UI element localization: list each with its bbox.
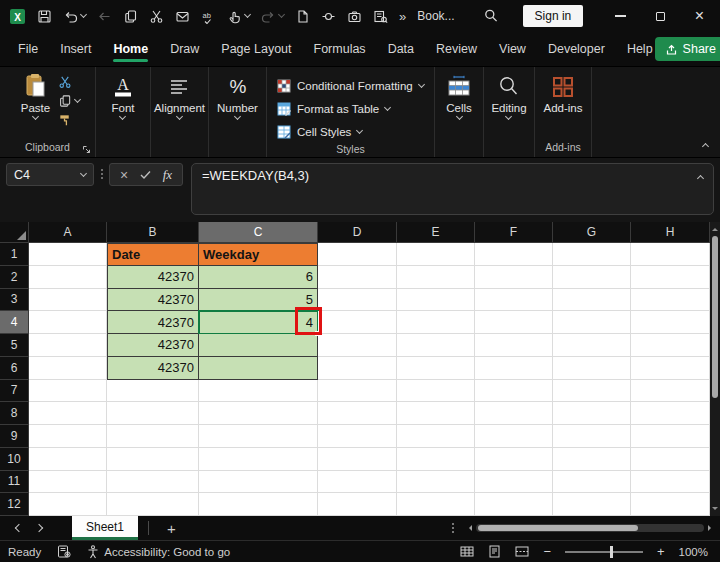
cell-F11[interactable]: [475, 471, 553, 494]
spelling-button[interactable]: ab: [201, 9, 216, 24]
zoom-slider-thumb[interactable]: [610, 546, 613, 558]
row-header-9[interactable]: 9: [0, 425, 29, 448]
row-header-11[interactable]: 11: [0, 471, 29, 494]
tab-home[interactable]: Home: [111, 32, 150, 66]
name-box-dropdown-icon[interactable]: [80, 169, 87, 176]
row-header-12[interactable]: 12: [0, 493, 29, 516]
sign-in-button[interactable]: Sign in: [523, 5, 584, 27]
cell-D6[interactable]: [318, 357, 397, 380]
save-button[interactable]: [37, 9, 52, 24]
row-header-1[interactable]: 1: [0, 243, 29, 266]
redo-dropdown-icon[interactable]: [278, 11, 285, 18]
cell-D9[interactable]: [318, 425, 397, 448]
cell-H3[interactable]: [631, 289, 710, 312]
redo-button[interactable]: [261, 9, 284, 24]
cell-G2[interactable]: [553, 266, 631, 289]
editing-button[interactable]: Editing: [491, 67, 526, 140]
cell-F4[interactable]: [475, 311, 553, 334]
row-header-4[interactable]: 4: [0, 311, 29, 334]
cell-D8[interactable]: [318, 402, 397, 425]
cell-D10[interactable]: [318, 448, 397, 471]
cell-F10[interactable]: [475, 448, 553, 471]
cell-E2[interactable]: [397, 266, 475, 289]
cell-B7[interactable]: [107, 380, 199, 403]
addins-button[interactable]: Add-ins: [544, 67, 583, 140]
cell-B5[interactable]: 42370: [107, 334, 199, 357]
tab-insert[interactable]: Insert: [58, 32, 93, 66]
cancel-icon[interactable]: ×: [120, 168, 128, 182]
cell-A7[interactable]: [29, 380, 107, 403]
clipboard-dialog-launcher-icon[interactable]: [82, 145, 91, 154]
cell-A3[interactable]: [29, 289, 107, 312]
col-header-C[interactable]: C: [199, 222, 318, 243]
tab-page-layout[interactable]: Page Layout: [219, 32, 293, 66]
cells-button[interactable]: Cells: [446, 67, 472, 140]
cell-F5[interactable]: [475, 334, 553, 357]
cell-B1[interactable]: Date: [107, 243, 199, 266]
alignment-dropdown-icon[interactable]: [176, 113, 183, 120]
tab-draw[interactable]: Draw: [168, 32, 201, 66]
cell-A6[interactable]: [29, 357, 107, 380]
name-box[interactable]: C4: [6, 163, 94, 186]
sheet-tab-sheet1[interactable]: Sheet1: [72, 516, 138, 540]
col-header-F[interactable]: F: [475, 222, 553, 243]
cell-B11[interactable]: [107, 471, 199, 494]
zoom-out-button[interactable]: −: [543, 544, 551, 559]
row-header-7[interactable]: 7: [0, 380, 29, 403]
qat-overflow-icon[interactable]: »: [399, 9, 405, 24]
cell-C2[interactable]: 6: [199, 266, 318, 289]
cell-D7[interactable]: [318, 380, 397, 403]
cell-B9[interactable]: [107, 425, 199, 448]
cell-F12[interactable]: [475, 493, 553, 516]
close-button[interactable]: ×: [695, 8, 704, 24]
cell-A8[interactable]: [29, 402, 107, 425]
cell-C1[interactable]: Weekday: [199, 243, 318, 266]
touch-mode-dropdown-icon[interactable]: [244, 11, 251, 18]
cells-dropdown-icon[interactable]: [455, 113, 462, 120]
cut-ribbon-button[interactable]: [58, 75, 80, 89]
search-icon[interactable]: [483, 8, 499, 24]
hscroll-right-icon[interactable]: [708, 525, 714, 531]
cell-D12[interactable]: [318, 493, 397, 516]
cell-G1[interactable]: [553, 243, 631, 266]
cell-G11[interactable]: [553, 471, 631, 494]
zoom-in-button[interactable]: +: [657, 544, 665, 559]
tab-data[interactable]: Data: [386, 32, 416, 66]
cell-C5[interactable]: [199, 334, 318, 357]
conditional-formatting-button[interactable]: Conditional Formatting: [277, 75, 434, 96]
format-painter-button[interactable]: [58, 113, 80, 127]
cell-E1[interactable]: [397, 243, 475, 266]
cell-E10[interactable]: [397, 448, 475, 471]
cell-F9[interactable]: [475, 425, 553, 448]
col-header-H[interactable]: H: [631, 222, 710, 243]
cell-H1[interactable]: [631, 243, 710, 266]
cell-D1[interactable]: [318, 243, 397, 266]
camera-button[interactable]: [347, 9, 362, 24]
back-button[interactable]: [97, 9, 112, 24]
cell-E3[interactable]: [397, 289, 475, 312]
share-button[interactable]: Share: [655, 37, 720, 61]
normal-view-icon[interactable]: [460, 545, 474, 558]
collapse-formula-bar-icon[interactable]: [697, 175, 704, 182]
cell-C8[interactable]: [199, 402, 318, 425]
cell-H6[interactable]: [631, 357, 710, 380]
sheet-nav-left-icon[interactable]: [15, 524, 23, 532]
horizontal-scrollbar[interactable]: [476, 524, 704, 532]
tab-developer[interactable]: Developer: [546, 32, 607, 66]
cell-C9[interactable]: [199, 425, 318, 448]
sheet-nav-right-icon[interactable]: [35, 524, 43, 532]
cell-F6[interactable]: [475, 357, 553, 380]
cell-G5[interactable]: [553, 334, 631, 357]
add-sheet-button[interactable]: +: [167, 521, 176, 536]
page-break-view-icon[interactable]: [515, 545, 529, 558]
tab-review[interactable]: Review: [434, 32, 479, 66]
cell-H4[interactable]: [631, 311, 710, 334]
tab-options-icon[interactable]: [452, 523, 454, 533]
cell-B2[interactable]: 42370: [107, 266, 199, 289]
cell-G7[interactable]: [553, 380, 631, 403]
row-header-6[interactable]: 6: [0, 357, 29, 380]
copy-dropdown-icon[interactable]: [74, 96, 81, 103]
cell-G12[interactable]: [553, 493, 631, 516]
cell-E7[interactable]: [397, 380, 475, 403]
col-header-B[interactable]: B: [107, 222, 199, 243]
